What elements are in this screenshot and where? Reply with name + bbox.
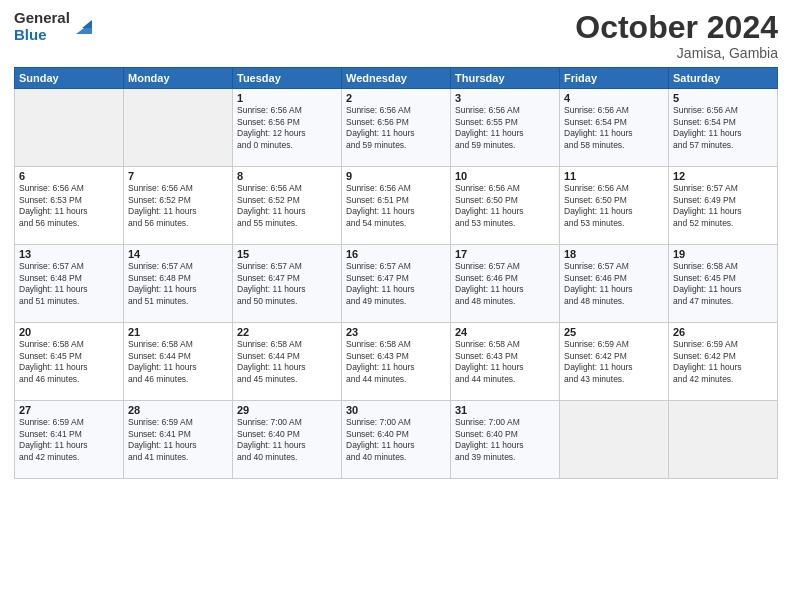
week-row-1: 1Sunrise: 6:56 AM Sunset: 6:56 PM Daylig…	[15, 89, 778, 167]
day-number: 7	[128, 170, 228, 182]
day-number: 23	[346, 326, 446, 338]
day-number: 12	[673, 170, 773, 182]
day-cell: 28Sunrise: 6:59 AM Sunset: 6:41 PM Dayli…	[124, 401, 233, 479]
day-number: 15	[237, 248, 337, 260]
day-number: 22	[237, 326, 337, 338]
day-info: Sunrise: 6:56 AM Sunset: 6:56 PM Dayligh…	[237, 105, 337, 151]
day-info: Sunrise: 7:00 AM Sunset: 6:40 PM Dayligh…	[237, 417, 337, 463]
day-info: Sunrise: 6:58 AM Sunset: 6:44 PM Dayligh…	[128, 339, 228, 385]
day-info: Sunrise: 6:57 AM Sunset: 6:48 PM Dayligh…	[19, 261, 119, 307]
week-row-5: 27Sunrise: 6:59 AM Sunset: 6:41 PM Dayli…	[15, 401, 778, 479]
day-cell: 27Sunrise: 6:59 AM Sunset: 6:41 PM Dayli…	[15, 401, 124, 479]
day-number: 13	[19, 248, 119, 260]
day-cell: 6Sunrise: 6:56 AM Sunset: 6:53 PM Daylig…	[15, 167, 124, 245]
day-info: Sunrise: 6:59 AM Sunset: 6:42 PM Dayligh…	[673, 339, 773, 385]
day-info: Sunrise: 6:56 AM Sunset: 6:50 PM Dayligh…	[564, 183, 664, 229]
day-cell: 20Sunrise: 6:58 AM Sunset: 6:45 PM Dayli…	[15, 323, 124, 401]
day-info: Sunrise: 6:58 AM Sunset: 6:43 PM Dayligh…	[346, 339, 446, 385]
col-monday: Monday	[124, 68, 233, 89]
day-info: Sunrise: 6:58 AM Sunset: 6:43 PM Dayligh…	[455, 339, 555, 385]
day-number: 6	[19, 170, 119, 182]
col-friday: Friday	[560, 68, 669, 89]
day-info: Sunrise: 6:58 AM Sunset: 6:45 PM Dayligh…	[19, 339, 119, 385]
day-info: Sunrise: 6:56 AM Sunset: 6:53 PM Dayligh…	[19, 183, 119, 229]
day-info: Sunrise: 6:57 AM Sunset: 6:47 PM Dayligh…	[346, 261, 446, 307]
day-cell: 2Sunrise: 6:56 AM Sunset: 6:56 PM Daylig…	[342, 89, 451, 167]
day-number: 16	[346, 248, 446, 260]
day-info: Sunrise: 6:57 AM Sunset: 6:47 PM Dayligh…	[237, 261, 337, 307]
day-cell: 14Sunrise: 6:57 AM Sunset: 6:48 PM Dayli…	[124, 245, 233, 323]
day-info: Sunrise: 6:57 AM Sunset: 6:49 PM Dayligh…	[673, 183, 773, 229]
day-number: 19	[673, 248, 773, 260]
day-number: 17	[455, 248, 555, 260]
month-title: October 2024	[575, 10, 778, 45]
day-number: 30	[346, 404, 446, 416]
day-number: 1	[237, 92, 337, 104]
day-cell: 17Sunrise: 6:57 AM Sunset: 6:46 PM Dayli…	[451, 245, 560, 323]
day-info: Sunrise: 6:56 AM Sunset: 6:56 PM Dayligh…	[346, 105, 446, 151]
day-number: 2	[346, 92, 446, 104]
day-cell: 4Sunrise: 6:56 AM Sunset: 6:54 PM Daylig…	[560, 89, 669, 167]
week-row-3: 13Sunrise: 6:57 AM Sunset: 6:48 PM Dayli…	[15, 245, 778, 323]
day-info: Sunrise: 6:57 AM Sunset: 6:48 PM Dayligh…	[128, 261, 228, 307]
week-row-4: 20Sunrise: 6:58 AM Sunset: 6:45 PM Dayli…	[15, 323, 778, 401]
day-number: 10	[455, 170, 555, 182]
col-sunday: Sunday	[15, 68, 124, 89]
header: General Blue October 2024 Jamisa, Gambia	[14, 10, 778, 61]
header-row: Sunday Monday Tuesday Wednesday Thursday…	[15, 68, 778, 89]
day-number: 28	[128, 404, 228, 416]
day-cell: 26Sunrise: 6:59 AM Sunset: 6:42 PM Dayli…	[669, 323, 778, 401]
day-cell: 29Sunrise: 7:00 AM Sunset: 6:40 PM Dayli…	[233, 401, 342, 479]
day-cell: 7Sunrise: 6:56 AM Sunset: 6:52 PM Daylig…	[124, 167, 233, 245]
day-number: 21	[128, 326, 228, 338]
page: General Blue October 2024 Jamisa, Gambia…	[0, 0, 792, 612]
day-info: Sunrise: 7:00 AM Sunset: 6:40 PM Dayligh…	[455, 417, 555, 463]
day-number: 8	[237, 170, 337, 182]
day-number: 9	[346, 170, 446, 182]
day-info: Sunrise: 6:56 AM Sunset: 6:52 PM Dayligh…	[128, 183, 228, 229]
day-info: Sunrise: 6:56 AM Sunset: 6:54 PM Dayligh…	[564, 105, 664, 151]
day-number: 5	[673, 92, 773, 104]
day-cell: 19Sunrise: 6:58 AM Sunset: 6:45 PM Dayli…	[669, 245, 778, 323]
logo: General Blue	[14, 10, 94, 43]
location: Jamisa, Gambia	[575, 45, 778, 61]
day-info: Sunrise: 6:56 AM Sunset: 6:50 PM Dayligh…	[455, 183, 555, 229]
day-info: Sunrise: 6:56 AM Sunset: 6:55 PM Dayligh…	[455, 105, 555, 151]
day-info: Sunrise: 6:56 AM Sunset: 6:52 PM Dayligh…	[237, 183, 337, 229]
day-info: Sunrise: 6:58 AM Sunset: 6:45 PM Dayligh…	[673, 261, 773, 307]
day-cell: 23Sunrise: 6:58 AM Sunset: 6:43 PM Dayli…	[342, 323, 451, 401]
day-number: 29	[237, 404, 337, 416]
day-cell: 10Sunrise: 6:56 AM Sunset: 6:50 PM Dayli…	[451, 167, 560, 245]
day-cell: 22Sunrise: 6:58 AM Sunset: 6:44 PM Dayli…	[233, 323, 342, 401]
week-row-2: 6Sunrise: 6:56 AM Sunset: 6:53 PM Daylig…	[15, 167, 778, 245]
day-number: 25	[564, 326, 664, 338]
day-cell: 11Sunrise: 6:56 AM Sunset: 6:50 PM Dayli…	[560, 167, 669, 245]
col-thursday: Thursday	[451, 68, 560, 89]
calendar-table: Sunday Monday Tuesday Wednesday Thursday…	[14, 67, 778, 479]
day-cell: 18Sunrise: 6:57 AM Sunset: 6:46 PM Dayli…	[560, 245, 669, 323]
day-cell: 5Sunrise: 6:56 AM Sunset: 6:54 PM Daylig…	[669, 89, 778, 167]
day-cell: 13Sunrise: 6:57 AM Sunset: 6:48 PM Dayli…	[15, 245, 124, 323]
day-info: Sunrise: 6:56 AM Sunset: 6:54 PM Dayligh…	[673, 105, 773, 151]
col-tuesday: Tuesday	[233, 68, 342, 89]
day-cell: 15Sunrise: 6:57 AM Sunset: 6:47 PM Dayli…	[233, 245, 342, 323]
day-info: Sunrise: 6:57 AM Sunset: 6:46 PM Dayligh…	[564, 261, 664, 307]
col-wednesday: Wednesday	[342, 68, 451, 89]
day-number: 18	[564, 248, 664, 260]
day-info: Sunrise: 6:59 AM Sunset: 6:41 PM Dayligh…	[128, 417, 228, 463]
day-number: 24	[455, 326, 555, 338]
day-cell: 21Sunrise: 6:58 AM Sunset: 6:44 PM Dayli…	[124, 323, 233, 401]
title-block: October 2024 Jamisa, Gambia	[575, 10, 778, 61]
day-number: 26	[673, 326, 773, 338]
day-number: 27	[19, 404, 119, 416]
day-cell: 25Sunrise: 6:59 AM Sunset: 6:42 PM Dayli…	[560, 323, 669, 401]
day-cell: 12Sunrise: 6:57 AM Sunset: 6:49 PM Dayli…	[669, 167, 778, 245]
day-cell: 8Sunrise: 6:56 AM Sunset: 6:52 PM Daylig…	[233, 167, 342, 245]
day-number: 4	[564, 92, 664, 104]
day-cell: 3Sunrise: 6:56 AM Sunset: 6:55 PM Daylig…	[451, 89, 560, 167]
day-cell: 31Sunrise: 7:00 AM Sunset: 6:40 PM Dayli…	[451, 401, 560, 479]
logo-wing-icon	[72, 16, 94, 38]
day-cell: 9Sunrise: 6:56 AM Sunset: 6:51 PM Daylig…	[342, 167, 451, 245]
day-number: 14	[128, 248, 228, 260]
day-cell: 30Sunrise: 7:00 AM Sunset: 6:40 PM Dayli…	[342, 401, 451, 479]
